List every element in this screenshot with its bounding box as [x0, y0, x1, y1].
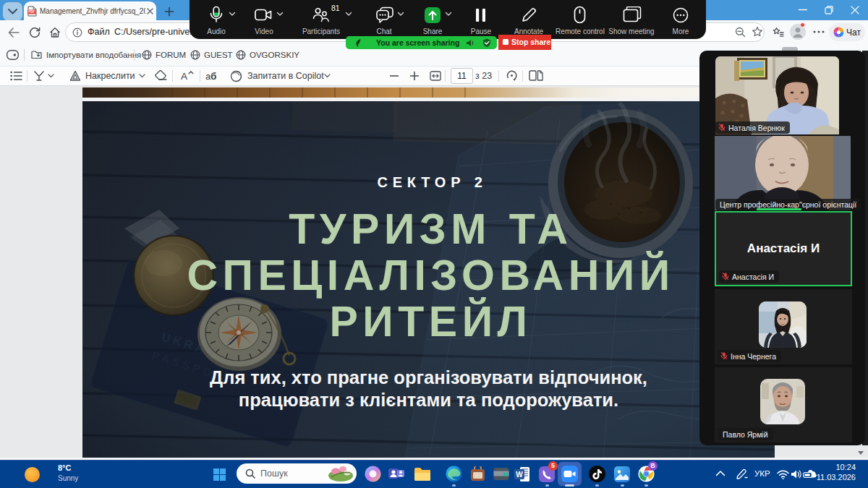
svg-text:W: W	[516, 471, 523, 479]
svg-text:PDF: PDF	[28, 10, 35, 14]
